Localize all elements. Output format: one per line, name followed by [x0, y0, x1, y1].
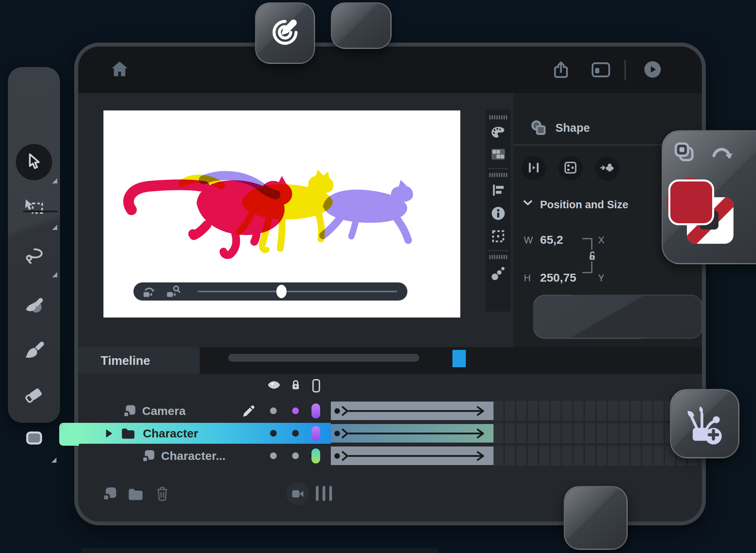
tool-select[interactable] [16, 144, 52, 180]
expand-triangle-icon[interactable] [103, 428, 114, 441]
frame-select-icon[interactable] [490, 228, 507, 246]
lock-column-icon[interactable] [289, 378, 302, 394]
window-content: Shape [78, 47, 702, 521]
loop-camera-icon[interactable] [141, 284, 159, 299]
panel-toggle-button[interactable] [590, 62, 612, 80]
lasso-icon [24, 260, 44, 267]
add-tools-button[interactable] [670, 389, 739, 458]
shape-icon [529, 118, 549, 140]
panel-icon [590, 61, 612, 80]
flyout-corner [52, 225, 57, 230]
layer-color-pill[interactable] [311, 448, 320, 463]
brush-icon [23, 354, 45, 361]
x-label: X [598, 235, 604, 246]
drag-handle-icon[interactable] [490, 115, 507, 120]
playback-track[interactable] [197, 291, 397, 292]
topbar-separator [625, 60, 626, 80]
lock-dot[interactable] [292, 452, 299, 459]
camera-view-button[interactable] [286, 482, 309, 505]
main-window: Shape [74, 43, 706, 525]
onion-dots-icon[interactable] [490, 264, 507, 283]
keyframe-span[interactable] [331, 447, 493, 465]
lock-dot[interactable] [292, 430, 299, 437]
tool-transform-selection[interactable] [23, 196, 45, 219]
tool-lasso[interactable] [24, 245, 44, 267]
ratio-lock-icon[interactable] [585, 249, 599, 265]
layer-icon [141, 448, 156, 465]
tool-brush[interactable] [23, 338, 45, 361]
properties-dice-button[interactable] [558, 156, 583, 181]
selected-row-notch [59, 423, 79, 446]
align-icon[interactable] [490, 182, 506, 200]
layer-name: Camera [142, 404, 186, 418]
frames-grid[interactable] [493, 446, 702, 466]
visibility-dot[interactable] [270, 407, 277, 414]
transform-selection-icon [23, 211, 45, 218]
empty-slot-button[interactable] [331, 2, 392, 49]
swatches-grid-icon[interactable] [490, 148, 507, 163]
eraser-icon [23, 400, 45, 407]
palette-icon[interactable] [490, 125, 507, 142]
home-button[interactable] [109, 60, 130, 81]
keyframe-span[interactable] [331, 402, 493, 420]
paint-fill-icon [23, 310, 45, 317]
toolbar-divider [23, 211, 58, 212]
timeline-tab[interactable]: Timeline [78, 347, 200, 374]
width-value[interactable]: 65,2 [540, 233, 563, 247]
new-layer-button[interactable] [101, 485, 118, 504]
tool-eraser[interactable] [23, 384, 45, 407]
tween-button[interactable] [522, 156, 546, 181]
rectangle-icon [23, 443, 45, 450]
tool-paint-fill[interactable] [23, 295, 45, 318]
tween-icon [526, 160, 542, 177]
layer-row-character-child[interactable]: Character... [78, 445, 702, 466]
layer-color-pill[interactable] [311, 404, 320, 418]
y-label: Y [598, 273, 604, 284]
trash-icon [154, 484, 171, 503]
empty-slot-button[interactable] [564, 486, 628, 550]
playback-thumb[interactable] [276, 285, 287, 298]
layer-row-character[interactable]: Character [78, 423, 702, 444]
bottom-edge-bar [81, 548, 438, 553]
drag-handle-icon[interactable] [490, 173, 507, 177]
panel-well[interactable] [533, 295, 702, 339]
height-value[interactable]: 250,75 [540, 271, 576, 284]
info-icon[interactable] [490, 205, 507, 223]
app-screen: Shape [0, 0, 756, 553]
frames-view-button[interactable] [316, 486, 332, 501]
timeline-playhead[interactable] [452, 350, 466, 367]
add-tools-icon [684, 401, 725, 447]
tween-arrow [331, 424, 493, 443]
share-button[interactable] [550, 60, 572, 81]
fill-swatch[interactable] [668, 179, 714, 225]
play-button[interactable] [642, 60, 663, 81]
duplicate-icon[interactable] [672, 140, 697, 166]
keyframe-span[interactable] [331, 424, 493, 443]
layer-name: Character... [161, 449, 225, 463]
section-title[interactable]: Position and Size [540, 199, 628, 211]
tool-shape-rectangle[interactable] [23, 427, 45, 450]
timeline-scrollbar[interactable] [228, 354, 419, 362]
draw-mode-button[interactable] [255, 2, 315, 64]
new-folder-button[interactable] [126, 486, 145, 504]
visibility-dot[interactable] [270, 452, 277, 459]
redo-icon[interactable] [709, 142, 735, 167]
visibility-dot[interactable] [270, 430, 277, 437]
tools-toolbar [8, 67, 60, 423]
drag-handle-icon[interactable] [490, 255, 507, 259]
panel-dock-toolbar [486, 110, 511, 312]
layer-color-pill[interactable] [311, 426, 320, 441]
device-column-icon[interactable] [311, 379, 321, 394]
timeline-tab-label: Timeline [101, 354, 150, 368]
convert-symbol-button[interactable] [595, 156, 619, 181]
visibility-column-icon[interactable] [266, 379, 281, 393]
lock-dot[interactable] [292, 407, 299, 414]
zoom-camera-icon[interactable] [164, 284, 182, 299]
tween-arrow [331, 402, 493, 420]
height-label: H [524, 273, 531, 284]
delete-button[interactable] [154, 484, 171, 505]
editing-pencil-icon [241, 403, 257, 420]
layer-row-camera[interactable]: Camera [78, 400, 702, 421]
stage-canvas[interactable] [103, 110, 460, 318]
chevron-down-icon[interactable] [522, 198, 533, 209]
